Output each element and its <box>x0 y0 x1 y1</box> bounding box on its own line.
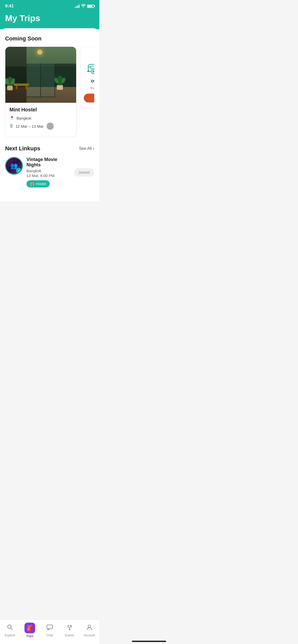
status-bar: 9:41 <box>0 0 99 11</box>
location-pin-icon: 📍 <box>9 116 15 121</box>
joined-check-icon: ✓ <box>16 168 22 173</box>
trip-location: 📍 Bangkok <box>9 116 72 121</box>
joined-badge: Joined <box>74 168 94 177</box>
svg-rect-13 <box>88 66 91 68</box>
linkup-avatar: 👥 ✓ <box>5 157 23 175</box>
trip-name: Mint Hostel <box>9 107 72 113</box>
promo-subtext: Ready to star <box>90 86 94 91</box>
linkup-item[interactable]: 👥 ✓ Vintage Movie Nights Bangkok 13 Mar,… <box>5 157 94 193</box>
coming-soon-scroll[interactable]: Mint Hostel 📍 Bangkok 🗓 12 Mar – 13 Mar <box>5 47 94 137</box>
trip-card-image <box>5 47 76 103</box>
next-linkups-title: Next Linkups <box>5 145 40 152</box>
calendar-icon: 🗓 <box>9 124 13 128</box>
linkup-name: Vintage Movie Nights <box>26 157 70 168</box>
header: My Trips <box>0 11 99 29</box>
trip-card-mint-hostel[interactable]: Mint Hostel 📍 Bangkok 🗓 12 Mar – 13 Mar <box>5 47 76 137</box>
linkup-tag[interactable]: 🏨 Hostel <box>26 180 50 187</box>
trip-dates: 🗓 12 Mar – 13 Mar <box>9 123 72 130</box>
signal-icon <box>75 4 79 8</box>
promo-button[interactable]: Le... <box>84 94 94 103</box>
linkup-time: 13 Mar, 6:00 PM <box>26 173 70 178</box>
see-all-arrow-icon: › <box>93 146 94 151</box>
bus-illustration <box>86 53 94 76</box>
battery-icon <box>87 5 94 8</box>
wifi-icon <box>81 4 86 8</box>
status-time: 9:41 <box>5 4 14 9</box>
svg-point-10 <box>92 71 94 72</box>
page-title: My Trips <box>5 13 94 23</box>
promo-headline: Others are <box>91 79 94 83</box>
main-content: Coming Soon <box>0 28 99 201</box>
trip-card-info: Mint Hostel 📍 Bangkok 🗓 12 Mar – 13 Mar <box>5 103 76 137</box>
hostel-tag-icon: 🏨 <box>30 182 34 186</box>
status-icons <box>75 4 94 8</box>
linkup-details: Vintage Movie Nights Bangkok 13 Mar, 6:0… <box>26 157 70 187</box>
linkup-location: Bangkok <box>26 169 70 173</box>
see-all-button[interactable]: See All › <box>79 146 94 151</box>
next-linkups-header: Next Linkups See All › <box>5 145 94 152</box>
promo-card[interactable]: Others are Ready to star Le... <box>80 47 94 108</box>
svg-rect-6 <box>91 66 94 69</box>
coming-soon-title: Coming Soon <box>5 35 94 42</box>
